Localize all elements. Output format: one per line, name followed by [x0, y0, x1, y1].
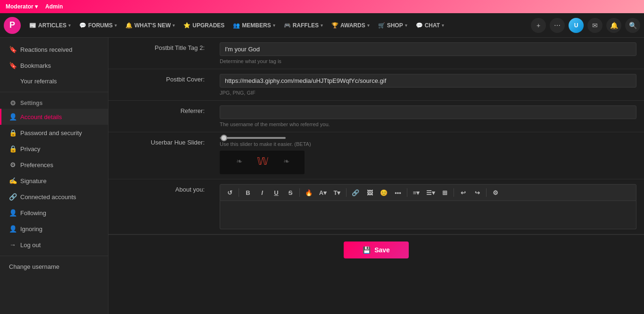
nav-item-members[interactable]: 👥 MEMBERS ▾: [229, 19, 279, 32]
sidebar-item-following[interactable]: 👤 Following: [0, 205, 108, 221]
search-button[interactable]: 🔍: [625, 18, 640, 33]
sidebar-item-referrals[interactable]: Your referrals: [0, 73, 108, 89]
nav-item-raffles[interactable]: 🎮 RAFFLES ▾: [280, 19, 327, 32]
postbit-cover-input-col: JPG, PNG, GIF: [212, 69, 644, 100]
postbit-title-tag-2-input-col: Determine what your tag is: [212, 38, 644, 69]
sidebar-item-change-username[interactable]: Change username: [0, 259, 108, 274]
rte-divider-6: [486, 188, 487, 197]
rte-content-area[interactable]: [220, 201, 636, 229]
reactions-icon: 🔖: [9, 46, 17, 53]
rte-color-btn[interactable]: 🔥: [302, 186, 315, 199]
rte-table-btn[interactable]: ⊞: [438, 186, 451, 199]
referrer-label: Referrer:: [108, 101, 212, 132]
postbit-cover-label: Postbit Cover:: [108, 69, 212, 100]
admin-bar-admin[interactable]: Admin: [45, 3, 63, 10]
postbit-title-tag-2-hint: Determine what your tag is: [220, 58, 636, 64]
sidebar-item-logout[interactable]: → Log out: [0, 237, 108, 253]
rte-divider-4: [407, 188, 407, 197]
signature-icon: ✍: [9, 177, 17, 185]
page-layout: 🔖 Reactions received 🔖 Bookmarks Your re…: [0, 38, 644, 314]
sidebar-divider-2: [0, 256, 108, 256]
more-button[interactable]: ⋯: [550, 18, 565, 33]
rte-align-btn[interactable]: ≡▾: [410, 186, 423, 199]
postbit-cover-hint: JPG, PNG, GIF: [220, 90, 636, 96]
settings-gear-icon: ⚙: [9, 99, 17, 107]
mail-button[interactable]: ✉: [587, 18, 603, 33]
main-nav: P 📰 ARTICLES ▾ 💬 FORUMS ▾ 🔔 WHAT'S NEW ▾…: [0, 13, 644, 38]
nav-item-whats-new[interactable]: 🔔 WHAT'S NEW ▾: [122, 19, 179, 32]
connected-icon: 🔗: [9, 193, 17, 201]
sidebar-item-account[interactable]: 👤 Account details: [0, 109, 108, 125]
nav-right: + ⋯ U ✉ 🔔 🔍: [531, 18, 640, 33]
rte-underline-btn[interactable]: U: [270, 186, 283, 199]
sidebar-item-ignoring[interactable]: 👤 Ignoring: [0, 221, 108, 237]
forums-chevron: ▾: [115, 23, 117, 28]
sidebar-item-reactions[interactable]: 🔖 Reactions received: [0, 41, 108, 57]
rte-font-family-btn[interactable]: T▾: [330, 186, 344, 199]
userbar-hue-hint: Use this slider to make it easier. (BETA…: [220, 141, 636, 147]
rte-italic-btn[interactable]: I: [256, 186, 269, 199]
admin-bar-moderator[interactable]: Moderator ▾: [6, 3, 38, 10]
nav-item-upgrades[interactable]: ⭐ UPGRADES: [180, 19, 228, 32]
save-button[interactable]: 💾 Save: [344, 242, 409, 258]
rte-undo-btn[interactable]: ↩: [456, 186, 470, 199]
postbit-title-tag-2-row: Postbit Title Tag 2: Determine what your…: [108, 38, 644, 69]
nav-item-forums[interactable]: 💬 FORUMS ▾: [75, 19, 121, 32]
save-icon: 💾: [363, 246, 371, 254]
plus-button[interactable]: +: [531, 18, 546, 33]
rte-toolbar: ↺ B I U S 🔥 A▾ T▾ 🔗 🖼: [220, 184, 636, 201]
raffles-chevron: ▾: [321, 23, 323, 28]
ignoring-icon: 👤: [9, 225, 17, 233]
rte-more-btn[interactable]: •••: [391, 186, 405, 199]
sidebar-item-privacy[interactable]: 🔒 Privacy: [0, 141, 108, 157]
awards-chevron: ▾: [367, 23, 370, 28]
slider-container: [220, 137, 636, 139]
userbar-hue-input-col: Use this slider to make it easier. (BETA…: [212, 132, 644, 179]
raffles-icon: 🎮: [284, 22, 291, 29]
articles-icon: 📰: [29, 22, 36, 29]
sidebar-item-password[interactable]: 🔒 Password and security: [0, 125, 108, 141]
main-content: Postbit Title Tag 2: Determine what your…: [108, 38, 644, 314]
userbar-hue-slider[interactable]: [220, 137, 286, 139]
postbit-cover-input[interactable]: [220, 74, 636, 88]
referrer-input[interactable]: [220, 105, 636, 119]
account-icon: 👤: [9, 113, 17, 121]
rte-bold-btn[interactable]: B: [241, 186, 255, 199]
svg-text:𝕎: 𝕎: [257, 155, 268, 167]
sidebar-item-connected[interactable]: 🔗 Connected accounts: [0, 189, 108, 205]
rte-image-btn[interactable]: 🖼: [363, 186, 376, 199]
forums-icon: 💬: [79, 22, 86, 29]
referrer-row: Referrer: The username of the member who…: [108, 101, 644, 132]
site-logo[interactable]: P: [4, 17, 21, 34]
following-icon: 👤: [9, 209, 17, 217]
userbar-hue-row: Userbar Hue Slider: Use this slider to m…: [108, 132, 644, 179]
rte-font-size-btn[interactable]: A▾: [316, 186, 330, 199]
nav-item-articles[interactable]: 📰 ARTICLES ▾: [25, 19, 74, 32]
rte-link-btn[interactable]: 🔗: [349, 186, 362, 199]
rte-strike-btn[interactable]: S: [284, 186, 297, 199]
password-icon: 🔒: [9, 129, 17, 137]
rte-eraser-btn[interactable]: ↺: [223, 186, 236, 199]
nav-item-awards[interactable]: 🏆 AWARDS ▾: [328, 19, 373, 32]
postbit-cover-row: Postbit Cover: JPG, PNG, GIF: [108, 69, 644, 101]
about-you-header: About you: ↺ B I U S 🔥 A▾ T▾: [108, 179, 644, 234]
whats-new-chevron: ▾: [173, 23, 175, 28]
sidebar-item-signature[interactable]: ✍ Signature: [0, 173, 108, 189]
members-chevron: ▾: [273, 23, 275, 28]
rte-list-btn[interactable]: ☰▾: [424, 186, 437, 199]
postbit-title-tag-2-input[interactable]: [220, 42, 636, 56]
sidebar-item-bookmarks[interactable]: 🔖 Bookmarks: [0, 57, 108, 73]
rte-settings-btn[interactable]: ⚙: [489, 186, 502, 199]
notifications-button[interactable]: 🔔: [606, 18, 621, 33]
whats-new-icon: 🔔: [125, 22, 132, 29]
referrer-hint: The username of the member who referred …: [220, 121, 636, 127]
nav-item-chat[interactable]: 💬 CHAT ▾: [412, 19, 448, 32]
user-avatar[interactable]: U: [569, 18, 584, 33]
rte-emoji-btn[interactable]: 😊: [377, 186, 390, 199]
sidebar-settings-header: ⚙ Settings: [0, 95, 108, 109]
privacy-icon: 🔒: [9, 145, 17, 153]
rte-redo-btn[interactable]: ↪: [471, 186, 484, 199]
nav-item-shop[interactable]: 🛒 SHOP ▾: [374, 19, 411, 32]
userbar-preview-image: 𝕎 ❧ ❧: [224, 151, 300, 174]
sidebar-item-preferences[interactable]: ⚙ Preferences: [0, 157, 108, 173]
